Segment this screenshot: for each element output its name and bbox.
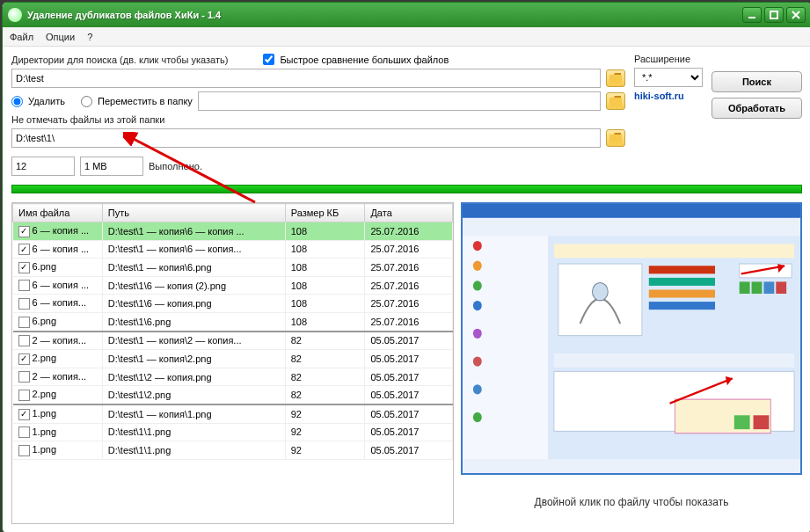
- minimize-button[interactable]: [742, 7, 762, 23]
- move-browse-button[interactable]: [606, 92, 625, 110]
- table-row[interactable]: 1.pngD:\test\1\1.png9205.05.2017: [13, 441, 453, 460]
- svg-rect-20: [754, 415, 770, 429]
- cell-size: 92: [285, 404, 365, 423]
- row-checkbox[interactable]: [18, 262, 30, 273]
- ext-select[interactable]: *.*: [634, 68, 703, 87]
- col-name[interactable]: Имя файла: [13, 204, 103, 222]
- cell-date: 25.07.2016: [365, 222, 453, 241]
- cell-path: D:\test\1 — копия\6.png: [102, 259, 285, 277]
- search-button[interactable]: Поиск: [711, 71, 802, 92]
- cell-size: 108: [285, 295, 365, 313]
- count-input[interactable]: [11, 157, 75, 176]
- col-date[interactable]: Дата: [365, 204, 453, 222]
- move-input[interactable]: [198, 91, 601, 111]
- row-checkbox[interactable]: [18, 390, 30, 401]
- titlebar[interactable]: Удаление дубликатов файлов ХиКи - 1.4: [3, 3, 810, 27]
- process-button[interactable]: Обработать: [711, 98, 802, 119]
- cell-name: 1.png: [33, 444, 57, 455]
- row-checkbox[interactable]: [18, 353, 30, 365]
- preview-image[interactable]: [461, 202, 802, 475]
- table-row[interactable]: 6 — копия...D:\test\1\6 — копия.png10825…: [13, 295, 453, 313]
- menu-help[interactable]: ?: [87, 32, 92, 42]
- row-checkbox[interactable]: [18, 298, 30, 310]
- progress-bar: [11, 185, 802, 193]
- row-checkbox[interactable]: [18, 280, 30, 291]
- row-checkbox[interactable]: [18, 244, 30, 255]
- cell-date: 05.05.2017: [365, 350, 453, 368]
- svg-rect-13: [752, 281, 763, 294]
- dirs-browse-button[interactable]: [606, 69, 625, 87]
- svg-rect-3: [463, 236, 548, 473]
- svg-rect-12: [740, 281, 750, 294]
- move-radio[interactable]: Переместить в папку: [81, 96, 193, 107]
- cell-path: D:\test\1\6.png: [102, 312, 285, 331]
- exclude-browse-button[interactable]: [606, 129, 625, 147]
- dirs-input[interactable]: [11, 69, 601, 88]
- delete-radio[interactable]: Удалить: [11, 96, 65, 107]
- row-checkbox[interactable]: [18, 409, 30, 420]
- svg-rect-1: [463, 204, 800, 218]
- table-row[interactable]: 6 — копия ...D:\test\1 — копия\6 — копия…: [13, 222, 453, 241]
- row-checkbox[interactable]: [18, 371, 30, 383]
- cell-name: 6 — копия ...: [33, 280, 90, 290]
- svg-rect-10: [649, 302, 715, 310]
- cell-name: 1.png: [33, 426, 57, 437]
- fastcmp-checkbox[interactable]: Быстрое сравнение больших файлов: [263, 54, 449, 65]
- table-row[interactable]: 6.pngD:\test\1\6.png10825.07.2016: [13, 312, 453, 331]
- cell-size: 82: [285, 332, 365, 350]
- table-row[interactable]: 2 — копия...D:\test\1\2 — копия.png8205.…: [13, 368, 453, 386]
- row-checkbox[interactable]: [18, 226, 30, 237]
- website-link[interactable]: hiki-soft.ru: [634, 91, 684, 101]
- exclude-input[interactable]: [11, 128, 601, 148]
- table-row[interactable]: 1.pngD:\test\1 — копия\1.png9205.05.2017: [13, 404, 453, 423]
- table-row[interactable]: 2.pngD:\test\1 — копия\2.png8205.05.2017: [13, 350, 453, 368]
- cell-path: D:\test\1\2 — копия.png: [102, 368, 285, 386]
- cell-name: 2.png: [33, 389, 57, 399]
- table-row[interactable]: 1.pngD:\test\1\1.png9205.05.2017: [13, 423, 453, 441]
- table-row[interactable]: 6.pngD:\test\1 — копия\6.png10825.07.201…: [13, 259, 453, 277]
- status-done: Выполнено.: [149, 161, 202, 171]
- cell-path: D:\test\1\2.png: [102, 386, 285, 404]
- cell-date: 25.07.2016: [365, 295, 453, 313]
- app-window: Удаление дубликатов файлов ХиКи - 1.4 Фа…: [2, 2, 810, 532]
- cell-date: 25.07.2016: [365, 240, 453, 259]
- cell-date: 05.05.2017: [365, 386, 453, 404]
- cell-size: 92: [285, 423, 365, 441]
- svg-point-27: [473, 356, 482, 366]
- maximize-button[interactable]: [764, 7, 784, 23]
- cell-path: D:\test\1\1.png: [102, 423, 285, 441]
- cell-size: 108: [285, 312, 365, 331]
- svg-point-22: [473, 241, 482, 251]
- cell-size: 108: [285, 240, 365, 259]
- cell-path: D:\test\1 — копия\2.png: [102, 350, 285, 368]
- cell-date: 25.07.2016: [365, 276, 453, 295]
- table-row[interactable]: 2.pngD:\test\1\2.png8205.05.2017: [13, 386, 453, 404]
- row-checkbox[interactable]: [18, 445, 30, 456]
- row-checkbox[interactable]: [18, 317, 30, 328]
- svg-point-24: [473, 281, 482, 290]
- row-checkbox[interactable]: [18, 335, 30, 346]
- svg-point-6: [592, 283, 608, 301]
- table-row[interactable]: 2 — копия...D:\test\1 — копия\2 — копия.…: [13, 332, 453, 350]
- cell-path: D:\test\1\1.png: [102, 441, 285, 460]
- svg-rect-15: [776, 281, 786, 294]
- svg-point-25: [473, 301, 482, 310]
- cell-name: 6 — копия ...: [33, 244, 90, 254]
- size-input[interactable]: [80, 157, 143, 176]
- cell-date: 05.05.2017: [365, 423, 453, 441]
- menu-file[interactable]: Файл: [10, 32, 33, 42]
- results-table[interactable]: Имя файла Путь Размер КБ Дата 6 — копия …: [11, 202, 454, 524]
- col-size[interactable]: Размер КБ: [285, 204, 365, 222]
- cell-name: 1.png: [33, 408, 57, 419]
- row-checkbox[interactable]: [18, 426, 30, 438]
- close-button[interactable]: [786, 7, 806, 23]
- col-path[interactable]: Путь: [102, 204, 285, 222]
- fastcmp-input[interactable]: [263, 54, 274, 65]
- cell-date: 25.07.2016: [365, 312, 453, 331]
- table-row[interactable]: 6 — копия ...D:\test\1 — копия\6 — копия…: [13, 240, 453, 259]
- svg-rect-16: [554, 353, 794, 368]
- menubar: Файл Опции ?: [3, 27, 810, 47]
- table-row[interactable]: 6 — копия ...D:\test\1\6 — копия (2).png…: [13, 276, 453, 295]
- menu-options[interactable]: Опции: [46, 32, 75, 42]
- svg-rect-8: [649, 278, 715, 286]
